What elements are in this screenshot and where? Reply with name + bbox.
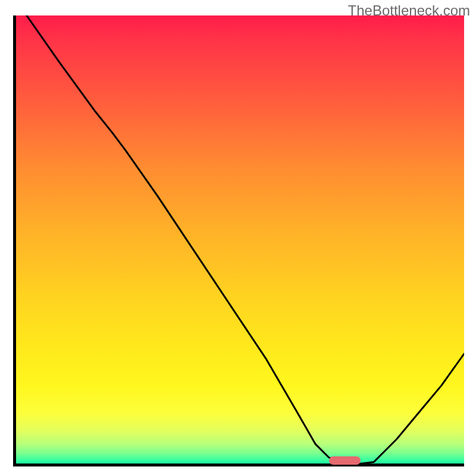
chart-container: TheBottleneck.com	[0, 0, 476, 476]
plot-frame	[13, 15, 464, 466]
plot-area	[13, 15, 464, 466]
watermark-text: TheBottleneck.com	[348, 2, 470, 19]
bottleneck-curve	[13, 15, 464, 466]
optimal-marker	[329, 456, 361, 465]
